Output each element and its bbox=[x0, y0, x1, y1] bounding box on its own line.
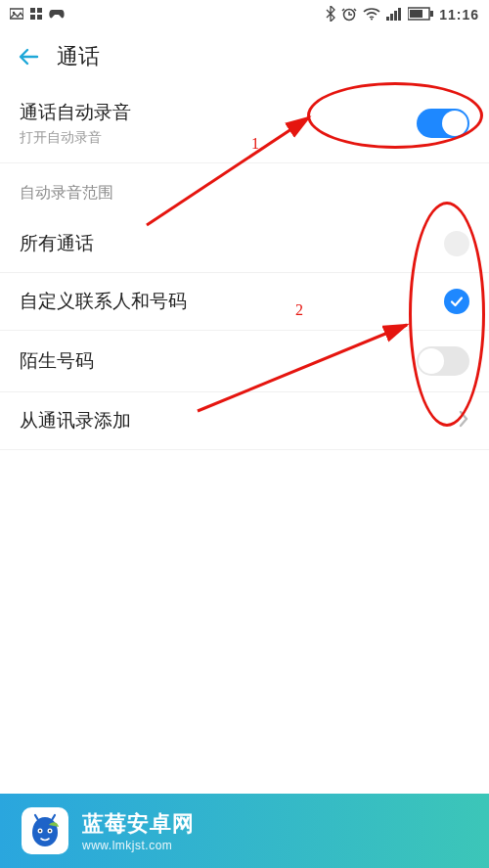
svg-point-20 bbox=[49, 830, 51, 832]
watermark-url: www.lmkjst.com bbox=[82, 839, 195, 852]
scope-item-label: 自定义联系人和号码 bbox=[20, 289, 187, 314]
watermark-title: 蓝莓安卓网 bbox=[82, 809, 195, 839]
chevron-right-icon bbox=[458, 409, 469, 433]
scope-unknown-numbers-row[interactable]: 陌生号码 bbox=[0, 331, 489, 392]
scope-item-label: 所有通话 bbox=[20, 231, 94, 256]
auto-record-row: 通话自动录音 打开自动录音 bbox=[0, 84, 489, 163]
clock-text: 11:16 bbox=[439, 7, 479, 23]
scope-custom-contacts-row[interactable]: 自定义联系人和号码 bbox=[0, 273, 489, 331]
scope-all-calls-row[interactable]: 所有通话 bbox=[0, 215, 489, 273]
auto-record-title: 通话自动录音 bbox=[20, 100, 131, 125]
svg-rect-3 bbox=[37, 8, 42, 13]
signal-icon bbox=[386, 7, 402, 23]
svg-point-19 bbox=[39, 830, 41, 832]
scope-custom-contacts-radio[interactable] bbox=[444, 289, 469, 314]
watermark-logo bbox=[22, 807, 68, 854]
scope-unknown-toggle[interactable] bbox=[417, 346, 469, 376]
add-from-contacts-row[interactable]: 从通讯录添加 bbox=[0, 392, 489, 450]
game-icon bbox=[49, 7, 65, 23]
svg-rect-4 bbox=[30, 15, 35, 20]
scope-item-label: 陌生号码 bbox=[20, 348, 94, 374]
svg-rect-2 bbox=[30, 8, 35, 13]
auto-record-toggle[interactable] bbox=[417, 109, 469, 138]
apps-icon bbox=[29, 7, 43, 23]
svg-rect-8 bbox=[386, 17, 389, 21]
svg-rect-9 bbox=[390, 14, 393, 21]
svg-point-7 bbox=[371, 18, 373, 20]
svg-rect-11 bbox=[398, 8, 401, 21]
svg-rect-10 bbox=[394, 11, 397, 21]
bluetooth-icon bbox=[326, 6, 335, 24]
battery-icon bbox=[408, 7, 433, 23]
auto-record-sub: 打开自动录音 bbox=[20, 129, 131, 147]
wifi-icon bbox=[363, 7, 380, 23]
svg-rect-5 bbox=[37, 15, 42, 20]
gallery-icon bbox=[10, 7, 23, 23]
add-from-contacts-label: 从通讯录添加 bbox=[20, 408, 131, 434]
back-button[interactable] bbox=[16, 43, 43, 70]
scope-all-calls-radio[interactable] bbox=[444, 231, 469, 256]
svg-rect-13 bbox=[410, 10, 422, 18]
watermark-banner: 蓝莓安卓网 www.lmkjst.com bbox=[0, 794, 489, 868]
page-title: 通话 bbox=[57, 42, 100, 71]
status-bar: 11:16 bbox=[0, 0, 489, 29]
app-header: 通话 bbox=[0, 29, 489, 84]
scope-section-label: 自动录音范围 bbox=[0, 163, 489, 215]
svg-rect-14 bbox=[430, 11, 433, 17]
alarm-icon bbox=[341, 6, 357, 24]
